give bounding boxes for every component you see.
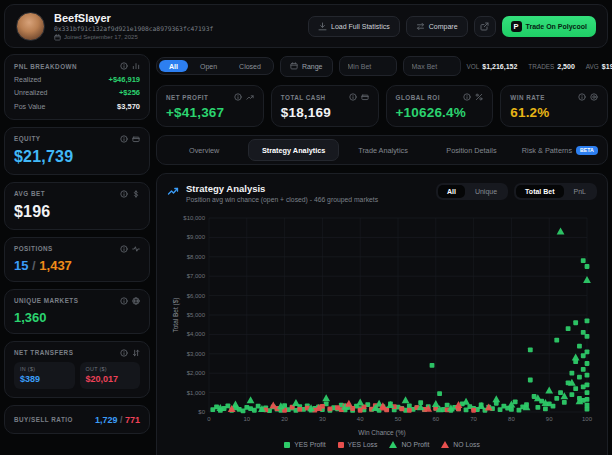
svg-text:$2,000: $2,000 — [187, 370, 206, 376]
pnl-breakdown-card: PNL BREAKDOWN Realized +$46,919 Unrealiz… — [4, 54, 150, 120]
compare-button[interactable]: Compare — [406, 16, 468, 37]
scatter-point — [247, 396, 255, 403]
tab-risk-patterns[interactable]: Risk & PatternsBETA — [516, 139, 604, 161]
info-icon[interactable] — [120, 297, 128, 305]
svg-text:$6,000: $6,000 — [187, 293, 206, 299]
scatter-point — [432, 400, 440, 407]
scatter-point — [543, 406, 548, 411]
svg-text:60: 60 — [432, 416, 439, 422]
scatter-point — [569, 392, 574, 397]
target-icon[interactable] — [590, 93, 598, 101]
scatter-point — [535, 405, 540, 410]
scatter-point — [492, 395, 500, 402]
equity-label: EQUITY — [14, 135, 40, 142]
svg-text:10: 10 — [243, 416, 250, 422]
scatter-point — [445, 403, 450, 408]
toggle-pnl[interactable]: PnL — [565, 185, 595, 198]
info-icon[interactable] — [120, 62, 128, 70]
svg-text:$0: $0 — [198, 409, 205, 415]
avatar[interactable] — [16, 12, 45, 41]
win-rate-value: 61.2% — [510, 105, 598, 120]
toggle-total-bet[interactable]: Total Bet — [516, 185, 563, 198]
scatter-point — [509, 407, 514, 412]
scatter-point — [399, 406, 404, 411]
sidebar: PNL BREAKDOWN Realized +$46,919 Unrealiz… — [4, 54, 150, 434]
svg-text:$9,000: $9,000 — [187, 234, 206, 240]
svg-text:$5,000: $5,000 — [187, 312, 206, 318]
net-profit-value: +$41,367 — [166, 105, 254, 120]
scatter-point — [471, 408, 476, 413]
info-icon[interactable] — [120, 190, 128, 198]
load-full-statistics-button[interactable]: Load Full Statistics — [308, 16, 400, 37]
filters-bar: All Open Closed Range VOL$1,216,152 TRAD… — [156, 54, 608, 78]
trade-on-polycool-button[interactable]: P Trade On Polycool — [502, 16, 596, 37]
percent-icon[interactable] — [475, 93, 483, 101]
filter-closed[interactable]: Closed — [229, 60, 271, 72]
scatter-point — [513, 400, 518, 405]
scatter-point — [350, 406, 355, 411]
svg-text:Total Bet ($): Total Bet ($) — [172, 297, 180, 332]
scatter-point — [585, 390, 590, 395]
equity-card: EQUITY $21,739 — [4, 127, 150, 175]
external-link-button[interactable] — [474, 16, 496, 37]
toggle-all[interactable]: All — [438, 185, 465, 198]
transfer-arrows-icon[interactable] — [132, 349, 140, 357]
scatter-point — [328, 406, 333, 411]
svg-text:$4,000: $4,000 — [187, 331, 206, 337]
wallet-address[interactable]: 0x331bf91c132af9d921e1908ca8979363fc4719… — [54, 25, 213, 32]
svg-text:$8,000: $8,000 — [187, 254, 206, 260]
info-icon[interactable] — [120, 245, 128, 253]
dollar-icon[interactable] — [132, 190, 140, 198]
scatter-point — [551, 404, 556, 409]
chart-subtitle: Position avg win chance (open + closed) … — [186, 196, 378, 203]
external-link-icon — [480, 22, 489, 31]
tab-position-details[interactable]: Position Details — [427, 139, 515, 161]
scatter-point — [545, 386, 553, 393]
info-icon[interactable] — [120, 349, 128, 357]
info-icon[interactable] — [120, 135, 128, 143]
tab-strategy-analytics[interactable]: Strategy Analytics — [248, 139, 338, 161]
scatter-point — [577, 375, 582, 380]
info-icon[interactable] — [349, 93, 357, 101]
max-bet-input[interactable] — [403, 56, 461, 76]
trend-line-icon[interactable] — [246, 93, 254, 101]
info-icon[interactable] — [463, 93, 471, 101]
positions-card: POSITIONS 15 / 1,437 — [4, 237, 150, 282]
scatter-point — [573, 386, 578, 391]
scatter-point — [581, 367, 586, 372]
transfers-in-value: $389 — [20, 374, 69, 384]
wallet-icon[interactable] — [132, 135, 140, 143]
filter-open[interactable]: Open — [190, 60, 227, 72]
scatter-point — [528, 348, 533, 353]
info-icon[interactable] — [234, 93, 242, 101]
calendar-icon — [290, 62, 298, 70]
scatter-point — [407, 408, 412, 413]
scatter-point — [462, 398, 470, 405]
info-icon[interactable] — [578, 93, 586, 101]
svg-text:70: 70 — [470, 416, 477, 422]
bar-chart-icon[interactable] — [132, 62, 140, 70]
avg-stat: AVG$196 — [586, 63, 612, 70]
pnl-row-realized: Realized +$46,919 — [14, 75, 140, 84]
pnl-row-unrealized: Unrealized +$256 — [14, 88, 140, 97]
tab-trade-analytics[interactable]: Trade Analytics — [339, 139, 427, 161]
stat-cards: NET PROFIT +$41,367 TOTAL CASH $18,16 — [156, 85, 608, 127]
tab-overview[interactable]: Overview — [160, 139, 248, 161]
transfers-out-box: OUT ($) $20,017 — [80, 362, 141, 389]
compare-arrows-icon — [416, 22, 425, 31]
min-bet-input[interactable] — [339, 56, 397, 76]
total-cash-value: $18,169 — [281, 105, 369, 120]
globe-icon[interactable] — [132, 297, 140, 305]
beta-badge: BETA — [576, 146, 598, 155]
range-button[interactable]: Range — [280, 56, 333, 77]
toggle-unique[interactable]: Unique — [466, 185, 506, 198]
scatter-point — [269, 402, 277, 409]
wallet-icon[interactable] — [361, 93, 369, 101]
scatter-point — [562, 400, 567, 405]
scatter-point — [430, 363, 435, 368]
svg-text:0: 0 — [207, 416, 211, 422]
activity-icon[interactable] — [132, 245, 140, 253]
filter-all[interactable]: All — [159, 60, 188, 72]
scope-toggle: All Unique — [436, 183, 508, 200]
transfers-in-box: IN ($) $389 — [14, 362, 75, 389]
